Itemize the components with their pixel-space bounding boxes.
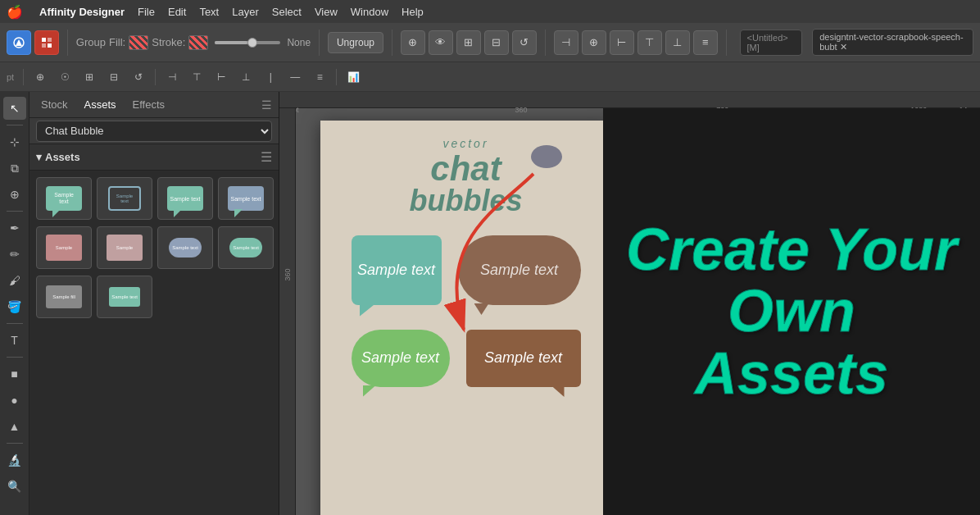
- tool-transform[interactable]: ⊕: [3, 183, 26, 206]
- app-name: Affinity Designer: [39, 6, 125, 18]
- tool-eyedropper[interactable]: 🔬: [3, 449, 26, 472]
- asset-thumb-9[interactable]: Sample fill: [36, 276, 92, 318]
- geometry-btn2[interactable]: 👁: [429, 30, 453, 55]
- asset-thumb-2[interactable]: Sampletext: [97, 177, 152, 220]
- assets-grid: Sampletext Sampletext Sample text Sample…: [29, 171, 279, 515]
- apple-logo[interactable]: 🍎: [7, 4, 23, 20]
- geometry-btn3[interactable]: ⊞: [456, 30, 481, 55]
- snap-btn2[interactable]: ☉: [54, 66, 75, 88]
- tool-pen[interactable]: ✒: [3, 216, 26, 239]
- tool-zoom[interactable]: 🔍: [3, 475, 26, 498]
- align-btn2[interactable]: ⊤: [186, 66, 207, 88]
- menu-view[interactable]: View: [315, 6, 338, 18]
- tool-sep2: [7, 211, 23, 212]
- align-left[interactable]: ⊣: [554, 30, 578, 55]
- asset-thumb-3[interactable]: Sample text: [157, 177, 213, 220]
- asset-thumb-4[interactable]: Sample text: [218, 177, 274, 220]
- sep2: [319, 30, 320, 56]
- tool-text[interactable]: T: [3, 329, 26, 352]
- distribute-btn[interactable]: ≡: [693, 30, 718, 55]
- tool-node[interactable]: ⊹: [3, 130, 26, 153]
- canvas-chat-label: chat: [430, 152, 501, 186]
- tool-mode-group: [7, 30, 59, 55]
- stroke-label: Stroke:: [152, 36, 185, 48]
- tab-assets[interactable]: Assets: [79, 95, 121, 114]
- ungroup-button[interactable]: Ungroup: [328, 32, 383, 53]
- align-btn6[interactable]: —: [284, 66, 306, 88]
- stroke-swatch[interactable]: [188, 35, 208, 50]
- geometry-btn1[interactable]: ⊕: [401, 30, 425, 55]
- snap-btn1[interactable]: ⊕: [29, 66, 51, 88]
- slider-track[interactable]: [215, 41, 280, 44]
- secondary-toolbar: pt ⊕ ☉ ⊞ ⊟ ↺ ⊣ ⊤ ⊢ ⊥ | — ≡ 📊: [0, 62, 980, 92]
- align-bottom[interactable]: ⊥: [665, 30, 690, 55]
- align-btn1[interactable]: ⊣: [161, 66, 183, 88]
- dist-btn[interactable]: ≡: [309, 66, 330, 88]
- file-tab[interactable]: designtnt-vector-scrapbook-speech-bubt ✕: [812, 29, 973, 56]
- snap-btn3[interactable]: ⊞: [79, 66, 100, 88]
- asset-thumb-7[interactable]: Sample text: [157, 226, 213, 269]
- assets-triangle-icon[interactable]: ▾: [36, 151, 42, 163]
- tool-triangle[interactable]: ▲: [3, 415, 26, 438]
- sep3: [392, 30, 392, 56]
- asset-thumb-5[interactable]: Sample: [36, 226, 92, 269]
- align-btn4[interactable]: ⊥: [235, 66, 256, 88]
- geometry-btn5[interactable]: ↺: [512, 30, 537, 55]
- pt-label: pt: [7, 72, 14, 82]
- tab-effects[interactable]: Effects: [128, 95, 170, 114]
- align-group: ⊣ ⊕ ⊢ ⊤ ⊥ ≡: [554, 30, 718, 55]
- tb2-sep3: [336, 69, 337, 85]
- tool-crop[interactable]: ⧉: [3, 157, 26, 180]
- asset-thumb-10[interactable]: Sample text: [97, 276, 152, 318]
- snap-btn5[interactable]: ↺: [128, 66, 149, 88]
- fill-swatch[interactable]: [129, 35, 148, 50]
- menu-window[interactable]: Window: [351, 6, 388, 18]
- asset-thumb-1[interactable]: Sampletext: [36, 177, 92, 220]
- svg-rect-4: [48, 43, 52, 48]
- snap-btn4[interactable]: ⊟: [103, 66, 125, 88]
- tool-shape[interactable]: ■: [3, 362, 26, 385]
- tool-sep1: [7, 125, 23, 125]
- sep4: [545, 30, 546, 56]
- category-select[interactable]: Chat Bubble: [36, 121, 272, 142]
- geometry-btn4[interactable]: ⊟: [484, 30, 509, 55]
- panel-settings-icon[interactable]: ☰: [261, 98, 272, 112]
- align-top[interactable]: ⊤: [637, 30, 662, 55]
- assets-menu-icon[interactable]: ☰: [261, 149, 272, 165]
- menubar: 🍎 Affinity Designer File Edit Text Layer…: [0, 0, 980, 23]
- tab-stock[interactable]: Stock: [36, 95, 73, 114]
- align-btn3[interactable]: ⊢: [211, 66, 232, 88]
- align-btn5[interactable]: |: [260, 66, 281, 88]
- menu-text[interactable]: Text: [199, 6, 219, 18]
- tool-pencil[interactable]: ✏: [3, 243, 26, 266]
- tool-fill[interactable]: 🪣: [3, 295, 26, 318]
- asset-row-3: Sample fill Sample text: [36, 276, 272, 318]
- document-tab[interactable]: <Untitled> [M]: [740, 30, 803, 56]
- asset-thumb-8[interactable]: Sample text: [218, 226, 274, 269]
- persona-btn-pixel[interactable]: [34, 30, 59, 55]
- menu-help[interactable]: Help: [402, 6, 424, 18]
- group-label: Group: [76, 36, 106, 48]
- align-right[interactable]: ⊢: [610, 30, 634, 55]
- tool-sep4: [7, 357, 23, 358]
- canvas-sample-1: Sample text: [357, 262, 435, 280]
- chart-btn[interactable]: 📊: [343, 66, 364, 88]
- asset-thumb-6[interactable]: Sample: [97, 226, 152, 269]
- menu-edit[interactable]: Edit: [168, 6, 186, 18]
- align-center[interactable]: ⊕: [582, 30, 606, 55]
- canvas-viewport[interactable]: 360 vector chat bubbles Sample text: [279, 108, 980, 515]
- canvas-content: vector chat bubbles Sample text Sample t…: [320, 121, 611, 515]
- main: ↖ ⊹ ⧉ ⊕ ✒ ✏ 🖌 🪣 T ■ ● ▲ 🔬 🔍 Stock Assets…: [0, 92, 980, 515]
- canvas-bubble-row-2: Sample text Sample text: [352, 330, 581, 387]
- menu-file[interactable]: File: [138, 6, 155, 18]
- document-canvas[interactable]: vector chat bubbles Sample text Sample t…: [320, 121, 611, 515]
- tool-sep3: [7, 323, 23, 324]
- tool-circle[interactable]: ●: [3, 389, 26, 412]
- menu-select[interactable]: Select: [272, 6, 302, 18]
- persona-btn-designer[interactable]: [7, 30, 31, 55]
- tool-brush[interactable]: 🖌: [3, 269, 26, 292]
- menu-layer[interactable]: Layer: [232, 6, 259, 18]
- transform-group: ⊕ 👁 ⊞ ⊟ ↺: [401, 30, 537, 55]
- tool-select[interactable]: ↖: [3, 97, 26, 120]
- promo-line1: Create Your: [626, 216, 957, 282]
